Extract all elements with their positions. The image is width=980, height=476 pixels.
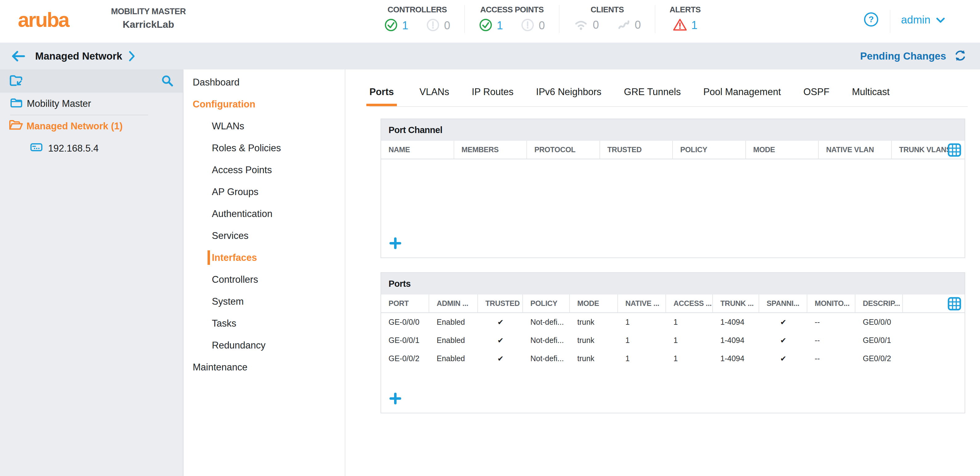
port-channel-title: Port Channel <box>381 119 964 141</box>
back-arrow-icon[interactable] <box>11 50 25 63</box>
table-settings-icon[interactable] <box>947 143 961 158</box>
tree-item-label: Managed Network (1) <box>27 121 123 132</box>
cell-admin-state: Enabled <box>429 313 478 331</box>
pending-changes-button[interactable]: Pending Changes <box>860 50 946 62</box>
tab-ipv6-neighbors[interactable]: IPv6 Neighbors <box>536 86 601 106</box>
device-tree-sidebar: Mobility Master Managed Network (1) 192.… <box>0 69 183 476</box>
nav-item-maintenance[interactable]: Maintenance <box>183 356 345 378</box>
alert-circle-icon <box>521 18 535 33</box>
tab-pool-management[interactable]: Pool Management <box>703 86 781 106</box>
controllers-down-count: 0 <box>444 19 450 32</box>
nav-item-access-points[interactable]: Access Points <box>183 159 345 181</box>
tab-vlans[interactable]: VLANs <box>419 86 449 106</box>
folder-closed-icon <box>10 97 22 110</box>
breadcrumb[interactable]: Managed Network <box>35 50 122 62</box>
cell-description: GE0/0/0 <box>856 313 903 331</box>
cell-mode: trunk <box>570 313 618 331</box>
wired-clients-count: 0 <box>635 19 641 32</box>
column-header-trusted: TRUSTED <box>600 141 673 159</box>
column-header-policy: POLICY <box>523 294 570 312</box>
alert-circle-icon <box>426 18 440 33</box>
user-menu[interactable]: admin <box>901 14 945 26</box>
chevron-right-icon[interactable] <box>128 50 136 62</box>
column-header-admin-state: ADMIN ... <box>429 294 478 312</box>
top-header: aruba MOBILITY MASTER KarrickLab CONTROL… <box>0 0 980 43</box>
tree-item-label: Mobility Master <box>27 98 91 109</box>
nav-item-controllers[interactable]: Controllers <box>183 268 345 291</box>
chevron-down-icon <box>936 14 945 26</box>
access-points-down-count: 0 <box>539 19 545 32</box>
folder-open-icon <box>9 119 24 133</box>
search-icon[interactable] <box>161 74 173 88</box>
table-settings-icon[interactable] <box>947 297 961 312</box>
port-channel-header-row: NAME MEMBERS PROTOCOL TRUSTED POLICY MOD… <box>381 141 964 159</box>
access-points-stat[interactable]: ACCESS POINTS 1 0 <box>465 5 559 33</box>
cell-mode: trunk <box>570 350 618 367</box>
controllers-label: CONTROLLERS <box>388 5 447 14</box>
folder-select-icon[interactable] <box>9 73 24 89</box>
port-channel-add-row <box>381 232 964 257</box>
column-header-trunk-vlans: TRUNK ... <box>713 294 759 312</box>
table-row-ge-0-0-0[interactable]: GE-0/0/0 Enabled ✔ Not-defi... trunk 1 1… <box>381 313 964 331</box>
controllers-stat[interactable]: CONTROLLERS 1 0 <box>384 5 465 33</box>
content-area: Ports VLANs IP Routes IPv6 Neighbors GRE… <box>345 69 980 476</box>
cell-blank <box>903 313 964 331</box>
cell-trunk-vlans: 1-4094 <box>713 350 759 367</box>
cell-access-vlan: 1 <box>666 313 713 331</box>
alerts-label: ALERTS <box>670 5 701 14</box>
nav-item-dashboard[interactable]: Dashboard <box>183 71 345 93</box>
nav-item-redundancy[interactable]: Redundancy <box>183 334 345 356</box>
tab-gre-tunnels[interactable]: GRE Tunnels <box>624 86 681 106</box>
tree-toolbar <box>0 69 183 93</box>
tab-ip-routes[interactable]: IP Routes <box>472 86 514 106</box>
column-header-access-vlan: ACCESS ... <box>666 294 713 312</box>
nav-item-tasks[interactable]: Tasks <box>183 312 345 334</box>
add-port-button[interactable] <box>389 392 401 406</box>
cell-trusted-check: ✔ <box>478 331 523 350</box>
cell-policy: Not-defi... <box>523 331 570 350</box>
nav-item-authentication[interactable]: Authentication <box>183 203 345 225</box>
nav-item-system[interactable]: System <box>183 291 345 312</box>
add-port-channel-button[interactable] <box>389 237 401 251</box>
ports-title: Ports <box>381 273 964 294</box>
cell-access-vlan: 1 <box>666 331 713 350</box>
column-header-description: DESCRIP... <box>856 294 903 312</box>
check-circle-icon <box>479 18 492 33</box>
nav-item-ap-groups[interactable]: AP Groups <box>183 181 345 203</box>
tab-ports[interactable]: Ports <box>366 86 397 106</box>
alerts-stat[interactable]: ALERTS 1 <box>655 5 715 33</box>
tree-item-mobility-master[interactable]: Mobility Master <box>0 93 183 115</box>
nav-item-wlans[interactable]: WLANs <box>183 115 345 137</box>
cell-native-vlan: 1 <box>618 313 666 331</box>
wireless-clients-count: 0 <box>593 19 599 32</box>
cell-blank <box>903 350 964 367</box>
controllers-up-count: 1 <box>402 19 408 32</box>
column-header-mode: MODE <box>570 294 618 312</box>
aruba-mobility-master-app: aruba MOBILITY MASTER KarrickLab CONTROL… <box>0 0 980 476</box>
tab-ospf[interactable]: OSPF <box>803 86 829 106</box>
help-icon[interactable]: ? <box>864 12 878 27</box>
breadcrumb-bar: Managed Network Pending Changes <box>0 43 980 69</box>
cell-description: GE0/0/1 <box>856 331 903 350</box>
warning-triangle-icon <box>673 18 687 32</box>
tree-item-controller-192-168-5-4[interactable]: 192.168.5.4 <box>0 137 183 160</box>
tree-item-managed-network[interactable]: Managed Network (1) <box>0 115 183 137</box>
clients-stat[interactable]: CLIENTS 0 0 <box>559 5 655 33</box>
table-row-ge-0-0-2[interactable]: GE-0/0/2 Enabled ✔ Not-defi... trunk 1 1… <box>381 350 964 367</box>
nav-item-roles-policies[interactable]: Roles & Policies <box>183 137 345 159</box>
cell-native-vlan: 1 <box>618 350 666 367</box>
nav-item-interfaces[interactable]: Interfaces <box>183 247 345 268</box>
cell-trunk-vlans: 1-4094 <box>713 331 759 350</box>
sync-icon[interactable] <box>953 49 967 64</box>
aruba-logo: aruba <box>18 8 69 32</box>
column-header-monitoring: MONITO... <box>807 294 856 312</box>
tab-multicast[interactable]: Multicast <box>852 86 890 106</box>
interfaces-tab-bar: Ports VLANs IP Routes IPv6 Neighbors GRE… <box>369 69 968 107</box>
table-row-ge-0-0-1[interactable]: GE-0/0/1 Enabled ✔ Not-defi... trunk 1 1… <box>381 331 964 350</box>
controller-icon <box>30 143 43 154</box>
status-summary: CONTROLLERS 1 0 ACCESS POINTS <box>384 5 715 33</box>
nav-item-services[interactable]: Services <box>183 225 345 247</box>
column-header-native-vlan: NATIVE VLAN <box>819 141 892 159</box>
nav-item-configuration[interactable]: Configuration <box>183 93 345 115</box>
column-header-members: MEMBERS <box>454 141 527 159</box>
